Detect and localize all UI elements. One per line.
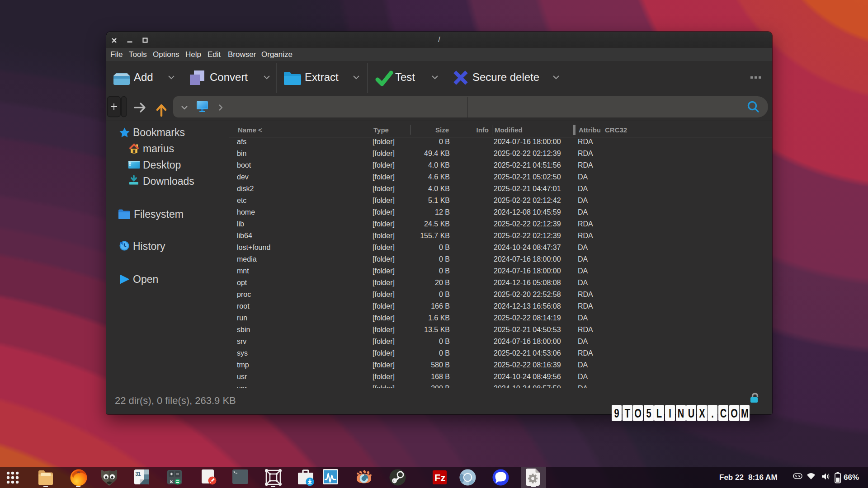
svg-text:31: 31 bbox=[135, 470, 141, 477]
svg-text:Fz: Fz bbox=[434, 472, 445, 483]
